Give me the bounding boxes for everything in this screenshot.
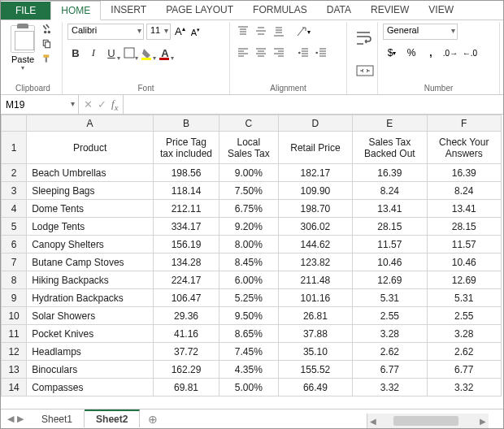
row-header-12[interactable]: 12 xyxy=(2,343,27,361)
column-header-E[interactable]: E xyxy=(353,115,427,132)
cell-A1[interactable]: Product xyxy=(27,132,154,164)
cell-B8[interactable]: 224.17 xyxy=(153,271,219,289)
cell-B4[interactable]: 212.11 xyxy=(153,200,219,218)
align-right-icon[interactable] xyxy=(271,45,287,61)
row-header-14[interactable]: 14 xyxy=(2,379,27,396)
cell-B5[interactable]: 334.17 xyxy=(153,218,219,236)
cell-C1[interactable]: LocalSales Tax xyxy=(219,132,278,164)
cell-E3[interactable]: 8.24 xyxy=(353,182,427,200)
merge-center-button[interactable] xyxy=(352,56,378,85)
font-size-select[interactable]: 11 xyxy=(146,24,171,40)
row-header-3[interactable]: 3 xyxy=(2,182,27,200)
cell-C7[interactable]: 8.45% xyxy=(219,254,278,271)
column-header-A[interactable]: A xyxy=(27,115,154,132)
cell-F9[interactable]: 5.31 xyxy=(427,289,501,307)
ribbon-tab-insert[interactable]: INSERT xyxy=(101,1,156,20)
cell-B3[interactable]: 118.14 xyxy=(153,182,219,200)
sheet-nav-prev-icon[interactable]: ◀ xyxy=(7,414,14,424)
cell-B11[interactable]: 41.16 xyxy=(153,325,219,343)
cell-E11[interactable]: 3.28 xyxy=(353,325,427,343)
cell-C6[interactable]: 8.00% xyxy=(219,236,278,254)
font-color-button[interactable]: A▾ xyxy=(157,45,173,61)
cell-C8[interactable]: 6.00% xyxy=(219,271,278,289)
cell-A2[interactable]: Beach Umbrellas xyxy=(27,164,154,182)
font-name-select[interactable]: Calibri xyxy=(67,24,144,40)
ribbon-tab-review[interactable]: REVIEW xyxy=(361,1,419,20)
increase-indent-icon[interactable] xyxy=(313,45,329,61)
cell-C13[interactable]: 4.35% xyxy=(219,361,278,379)
cell-E14[interactable]: 3.32 xyxy=(353,379,427,396)
cell-B13[interactable]: 162.29 xyxy=(153,361,219,379)
cell-D13[interactable]: 155.52 xyxy=(278,361,352,379)
column-header-B[interactable]: B xyxy=(153,115,219,132)
row-header-2[interactable]: 2 xyxy=(2,164,27,182)
cancel-formula-icon[interactable]: ✕ xyxy=(84,98,93,110)
cell-D1[interactable]: Retail Price xyxy=(278,132,352,164)
column-header-F[interactable]: F xyxy=(427,115,501,132)
file-tab[interactable]: FILE xyxy=(1,2,50,20)
cell-F1[interactable]: Check YourAnswers xyxy=(427,132,501,164)
cell-B1[interactable]: Price Tagtax included xyxy=(153,132,219,164)
cell-E8[interactable]: 12.69 xyxy=(353,271,427,289)
cell-B9[interactable]: 106.47 xyxy=(153,289,219,307)
cell-A9[interactable]: Hydration Backpacks xyxy=(27,289,154,307)
cell-D9[interactable]: 101.16 xyxy=(278,289,352,307)
cell-B2[interactable]: 198.56 xyxy=(153,164,219,182)
ribbon-tab-data[interactable]: DATA xyxy=(317,1,361,20)
paste-button[interactable]: Paste ▾ xyxy=(9,24,37,73)
cell-A12[interactable]: Headlamps xyxy=(27,343,154,361)
cell-F11[interactable]: 3.28 xyxy=(427,325,501,343)
cell-D12[interactable]: 35.10 xyxy=(278,343,352,361)
align-bottom-icon[interactable] xyxy=(271,24,287,40)
column-header-D[interactable]: D xyxy=(278,115,352,132)
row-header-1[interactable]: 1 xyxy=(2,132,27,164)
ribbon-tab-formulas[interactable]: FORMULAS xyxy=(243,1,317,20)
cell-F2[interactable]: 16.39 xyxy=(427,164,501,182)
fill-color-button[interactable]: ▾ xyxy=(139,45,155,61)
cut-icon[interactable] xyxy=(41,24,54,35)
row-header-7[interactable]: 7 xyxy=(2,254,27,271)
horizontal-scrollbar[interactable]: ◀▶ xyxy=(367,414,489,428)
cell-B7[interactable]: 134.28 xyxy=(153,254,219,271)
ribbon-tab-view[interactable]: VIEW xyxy=(419,1,463,20)
percent-format-button[interactable]: % xyxy=(402,45,420,61)
worksheet-grid[interactable]: ABCDEF1ProductPrice Tagtax includedLocal… xyxy=(1,115,503,401)
accounting-format-button[interactable]: $▾ xyxy=(383,45,401,61)
cell-B6[interactable]: 156.19 xyxy=(153,236,219,254)
cell-C2[interactable]: 9.00% xyxy=(219,164,278,182)
cell-D10[interactable]: 26.81 xyxy=(278,307,352,325)
cell-D5[interactable]: 306.02 xyxy=(278,218,352,236)
borders-button[interactable]: ▾ xyxy=(121,45,137,61)
shrink-font-icon[interactable]: A▾ xyxy=(189,27,202,37)
new-sheet-button[interactable]: ⊕ xyxy=(140,413,166,426)
cell-C11[interactable]: 8.65% xyxy=(219,325,278,343)
cell-C3[interactable]: 7.50% xyxy=(219,182,278,200)
cell-A7[interactable]: Butane Camp Stoves xyxy=(27,254,154,271)
grow-font-icon[interactable]: A▴ xyxy=(173,25,187,37)
row-header-11[interactable]: 11 xyxy=(2,325,27,343)
cell-D14[interactable]: 66.49 xyxy=(278,379,352,396)
ribbon-tab-home[interactable]: HOME xyxy=(50,1,101,20)
cell-E4[interactable]: 13.41 xyxy=(353,200,427,218)
cell-C14[interactable]: 5.00% xyxy=(219,379,278,396)
cell-B10[interactable]: 29.36 xyxy=(153,307,219,325)
cell-A14[interactable]: Compasses xyxy=(27,379,154,396)
bold-button[interactable]: B xyxy=(67,45,84,61)
formula-bar[interactable] xyxy=(123,95,503,114)
cell-E1[interactable]: Sales TaxBacked Out xyxy=(353,132,427,164)
increase-decimal-button[interactable]: .0→ xyxy=(441,45,459,61)
cell-F14[interactable]: 3.32 xyxy=(427,379,501,396)
cell-B12[interactable]: 37.72 xyxy=(153,343,219,361)
cell-F8[interactable]: 12.69 xyxy=(427,271,501,289)
align-middle-icon[interactable] xyxy=(253,24,269,40)
cell-E10[interactable]: 2.55 xyxy=(353,307,427,325)
cell-E2[interactable]: 16.39 xyxy=(353,164,427,182)
cell-D4[interactable]: 198.70 xyxy=(278,200,352,218)
cell-F12[interactable]: 2.62 xyxy=(427,343,501,361)
confirm-formula-icon[interactable]: ✓ xyxy=(98,98,106,110)
cell-E13[interactable]: 6.77 xyxy=(353,361,427,379)
cell-A4[interactable]: Dome Tents xyxy=(27,200,154,218)
name-box[interactable]: M19 xyxy=(1,95,79,114)
align-center-icon[interactable] xyxy=(253,45,269,61)
cell-F4[interactable]: 13.41 xyxy=(427,200,501,218)
